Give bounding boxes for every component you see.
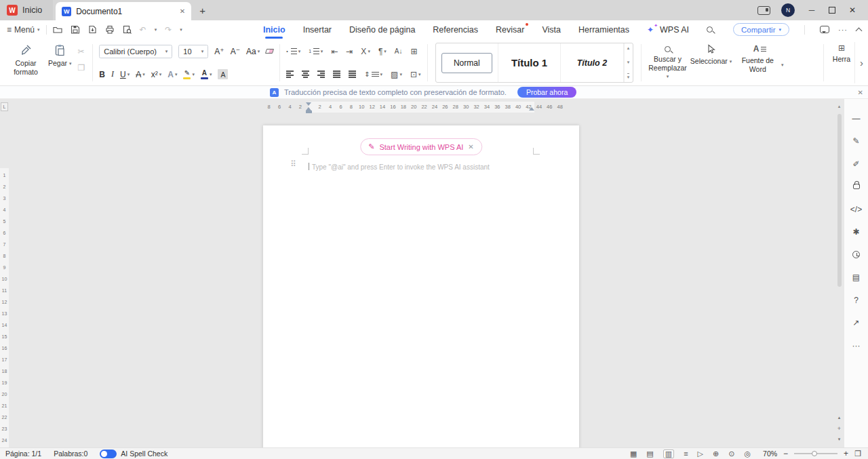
try-now-button[interactable]: Probar ahora — [517, 87, 576, 98]
scroll-up-icon[interactable]: ▴ — [838, 103, 841, 110]
borders-button[interactable]: ⊡▾ — [410, 71, 421, 79]
tab-revisar[interactable]: Revisar — [496, 20, 524, 39]
tab-vista[interactable]: Vista — [542, 20, 561, 39]
tab-diseno-de-pagina[interactable]: Diseño de página — [349, 20, 415, 39]
comment-icon[interactable] — [820, 26, 829, 33]
panels-icon[interactable]: ▤ — [844, 266, 868, 290]
align-right-button[interactable] — [317, 71, 325, 77]
zoom-slider-handle[interactable] — [812, 451, 817, 456]
fit-page-icon[interactable]: ❒ — [854, 450, 861, 458]
bullets-button[interactable]: •▾ — [286, 48, 300, 55]
redo-icon[interactable]: ↷ — [165, 25, 172, 35]
styles-more-icon[interactable]: ▾ — [627, 73, 630, 80]
shrink-font-button[interactable]: A⁻ — [231, 47, 240, 56]
lock-icon[interactable] — [844, 176, 868, 199]
format-painter-button[interactable]: Copiar formato — [7, 42, 45, 83]
zoom-out-button[interactable]: − — [783, 449, 788, 458]
close-window-button[interactable]: ✕ — [846, 5, 859, 15]
edit-pen-icon[interactable]: ✎ — [844, 130, 868, 153]
open-button[interactable] — [53, 25, 62, 34]
language-icon[interactable]: ⊕ — [713, 450, 719, 458]
line-spacing-button[interactable]: ⇕▾ — [364, 71, 382, 78]
char-shading-button[interactable]: A — [218, 69, 228, 79]
paragraph-marks-button[interactable]: ¶▾ — [378, 47, 387, 56]
select-button[interactable]: Seleccionar▾ — [690, 42, 733, 83]
device-icon[interactable] — [757, 6, 770, 15]
word-source-button[interactable]: A Fuente de Word▾ — [733, 42, 787, 83]
vertical-ruler[interactable]: 123456789101112131415161718192021222324 — [0, 115, 9, 447]
zoom-slider[interactable] — [794, 453, 837, 454]
paste-button[interactable]: Pegar▾ — [45, 42, 75, 83]
italic-button[interactable]: I — [111, 69, 114, 79]
change-case-button[interactable]: Aa▾ — [246, 47, 260, 56]
undo-dropdown-icon[interactable]: ▾ — [155, 27, 157, 32]
distribute-button[interactable] — [349, 71, 356, 77]
bold-button[interactable]: B — [99, 70, 105, 79]
tab-stop-selector[interactable]: L — [1, 102, 8, 111]
search-icon[interactable] — [707, 26, 713, 33]
print-preview-button[interactable] — [123, 25, 132, 34]
avatar[interactable]: N — [781, 3, 795, 17]
select-tool-icon[interactable]: ✐ — [844, 153, 868, 176]
print-layout-icon[interactable]: ▦ — [630, 450, 637, 458]
export-icon[interactable]: ↗ — [844, 312, 868, 335]
previous-page-icon[interactable]: ▴ — [838, 415, 841, 420]
web-layout-icon[interactable]: ▤ — [646, 450, 653, 458]
tab-insertar[interactable]: Insertar — [303, 20, 332, 39]
ai-spellcheck-toggle[interactable] — [100, 450, 117, 458]
justify-button[interactable] — [333, 71, 340, 77]
align-left-button[interactable] — [286, 71, 294, 77]
vertical-scrollbar[interactable]: ▴ ▴ + ▾ — [835, 103, 844, 445]
zoom-level[interactable]: 70% — [763, 450, 777, 458]
share-button[interactable]: Compartir ▾ — [733, 23, 789, 36]
highlight-button[interactable]: ✎▾ — [183, 70, 195, 79]
first-line-indent-marker[interactable] — [306, 102, 311, 106]
page-view-icon[interactable]: ▥ — [663, 450, 674, 458]
close-notification-icon[interactable]: ✕ — [858, 89, 863, 96]
settings-icon[interactable]: ✱ — [844, 221, 868, 244]
help-icon[interactable]: ? — [844, 289, 868, 312]
collapse-ribbon-icon[interactable] — [856, 27, 863, 34]
left-indent-marker[interactable] — [306, 111, 312, 113]
increase-indent-button[interactable]: ⇥ — [346, 47, 353, 56]
code-icon[interactable]: </> — [844, 198, 868, 221]
hide-panel-icon[interactable]: — — [844, 107, 868, 130]
decrease-indent-button[interactable]: ⇤ — [331, 47, 338, 56]
align-center-button[interactable] — [302, 71, 309, 77]
tab-referencias[interactable]: Referencias — [433, 20, 478, 39]
style-titulo-2[interactable]: Título 2 — [561, 43, 623, 82]
save-button[interactable] — [71, 25, 80, 34]
style-titulo-1[interactable]: Título 1 — [498, 43, 561, 82]
drag-handle-icon[interactable]: ⠿ — [290, 160, 296, 168]
cut-icon[interactable]: ✂ — [78, 47, 85, 56]
new-tab-button[interactable]: + — [199, 5, 205, 16]
history-icon[interactable] — [844, 243, 868, 266]
browse-object-icon[interactable]: + — [837, 426, 841, 431]
word-count[interactable]: Palabras:0 — [54, 450, 87, 458]
ribbon-scroll-right-button[interactable]: › — [854, 42, 868, 83]
tools-button[interactable]: ⊞ Herra — [829, 42, 854, 83]
more-options-icon[interactable]: ··· — [838, 26, 848, 34]
horizontal-ruler[interactable]: 8642 24681012141618202224262830323436384… — [9, 102, 844, 113]
document-tab[interactable]: W Documento1 ✕ — [56, 2, 191, 20]
undo-icon[interactable]: ↶ — [140, 25, 146, 35]
styles-down-icon[interactable]: ▾ — [627, 60, 630, 65]
print-button[interactable] — [105, 25, 115, 34]
redo-dropdown-icon[interactable]: ▾ — [180, 27, 182, 32]
clear-format-button[interactable] — [266, 49, 273, 54]
next-page-icon[interactable]: ▾ — [838, 437, 841, 442]
scrollbar-thumb[interactable] — [837, 114, 842, 287]
document-page[interactable]: ✎ Start Writing with WPS AI ✕ ⠿ Type "@a… — [263, 125, 579, 447]
home-tab[interactable]: W Inicio — [0, 0, 53, 20]
styles-up-icon[interactable]: ▴ — [627, 45, 630, 51]
shading-button[interactable]: ▨▾ — [391, 71, 402, 79]
right-indent-marker[interactable] — [529, 107, 534, 111]
tab-inicio[interactable]: Inicio — [263, 20, 285, 39]
font-name-select[interactable]: Calibri (Cuerpo) ▾ — [99, 45, 172, 58]
play-icon[interactable]: ▷ — [698, 450, 703, 458]
eye-protect-icon[interactable]: ⊙ — [728, 450, 734, 458]
underline-button[interactable]: U▾ — [120, 70, 130, 79]
font-color-button[interactable]: A▾ — [201, 70, 212, 79]
locate-icon[interactable]: ◎ — [744, 450, 751, 458]
more-icon[interactable]: ··· — [844, 334, 868, 357]
